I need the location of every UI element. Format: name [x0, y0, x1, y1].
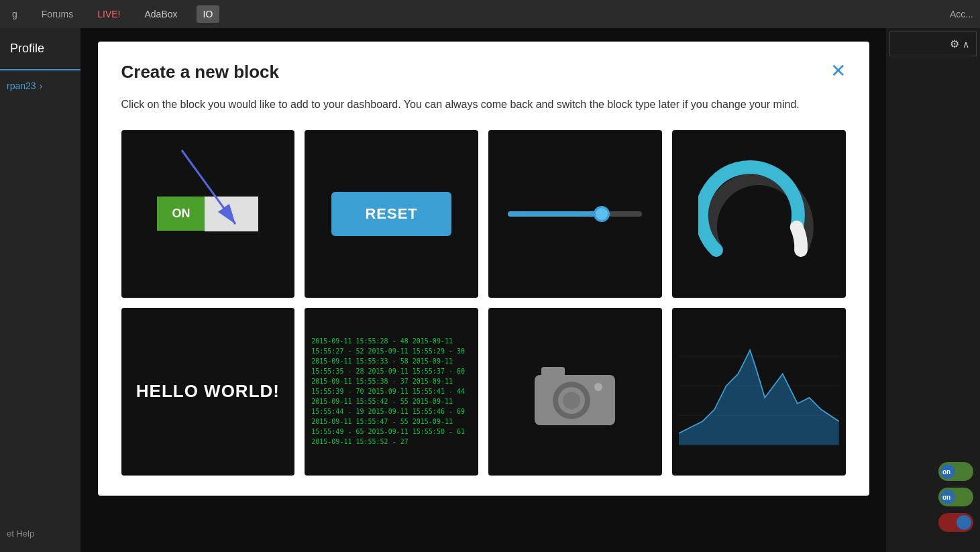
- nav-io[interactable]: IO: [197, 5, 220, 23]
- block-card-stream[interactable]: 2015-09-11 15:55:28 - 48 2015-09-11 15:5…: [305, 308, 478, 476]
- block-card-camera[interactable]: [488, 308, 662, 476]
- blocks-grid: ON RESET: [121, 130, 846, 476]
- svg-rect-6: [541, 367, 565, 379]
- left-sidebar: Profile rpan23 › et Help: [0, 28, 80, 552]
- username-label: rpan23: [7, 80, 36, 91]
- stream-block-preview: 2015-09-11 15:55:28 - 48 2015-09-11 15:5…: [305, 329, 478, 453]
- toggle-switch-1[interactable]: on: [893, 462, 973, 481]
- block-card-reset[interactable]: RESET: [305, 130, 478, 298]
- nav-item-left[interactable]: g: [7, 5, 23, 23]
- toggle-switch-3[interactable]: [893, 513, 973, 532]
- gauge-preview: [698, 160, 819, 268]
- gauge-svg: [698, 160, 819, 268]
- block-card-text[interactable]: HELLO WORLD!: [121, 308, 295, 476]
- sidebar-chevron-icon: ›: [40, 80, 43, 91]
- slider-fill: [508, 211, 602, 217]
- nav-live[interactable]: LIVE!: [92, 5, 125, 23]
- svg-point-5: [563, 392, 580, 409]
- text-block-preview: HELLO WORLD!: [136, 381, 280, 402]
- block-card-gauge[interactable]: [672, 130, 846, 298]
- chart-svg: [679, 315, 839, 469]
- modal-description: Click on the block you would like to add…: [121, 96, 846, 113]
- svg-point-7: [594, 383, 602, 391]
- nav-adabox[interactable]: AdaBox: [140, 5, 183, 23]
- block-card-chart[interactable]: [672, 308, 846, 476]
- sidebar-username[interactable]: rpan23 ›: [0, 70, 80, 101]
- camera-svg: [528, 355, 622, 429]
- slider-track: [508, 211, 642, 217]
- slider-preview: [508, 211, 642, 217]
- camera-icon-preview: [528, 355, 622, 429]
- reset-button-preview: RESET: [331, 192, 451, 236]
- modal-header: Create a new block ✕: [121, 62, 846, 82]
- close-button[interactable]: ✕: [830, 62, 846, 80]
- toggle-off-preview: [205, 197, 258, 231]
- nav-forums[interactable]: Forums: [36, 5, 78, 23]
- right-panel: ⚙ ∧ on on: [886, 28, 980, 552]
- sidebar-help: et Help: [7, 529, 34, 539]
- top-nav: g Forums LIVE! AdaBox IO Acc...: [0, 0, 980, 28]
- toggle-3[interactable]: [938, 513, 973, 532]
- sidebar-profile-label: Profile: [0, 28, 80, 70]
- block-card-toggle[interactable]: ON: [121, 130, 295, 298]
- modal-title: Create a new block: [121, 62, 280, 82]
- toggle-1-label: on: [942, 468, 950, 476]
- chart-block-preview: [672, 308, 846, 476]
- toggle-2[interactable]: on: [938, 488, 973, 506]
- right-toggles-panel: on on: [886, 455, 980, 539]
- gear-icon: ⚙: [950, 38, 959, 50]
- toggle-2-label: on: [942, 494, 950, 501]
- gear-bar[interactable]: ⚙ ∧: [889, 32, 977, 56]
- block-card-slider[interactable]: [488, 130, 662, 298]
- slider-thumb: [594, 206, 610, 222]
- toggle-1[interactable]: on: [938, 462, 973, 481]
- toggle-on-preview: ON: [157, 197, 205, 231]
- modal-overlay: Create a new block ✕ Click on the block …: [80, 28, 886, 552]
- toggle-block-preview: ON: [157, 197, 258, 231]
- create-block-modal: Create a new block ✕ Click on the block …: [98, 42, 869, 496]
- toggle-3-knob: [957, 515, 971, 530]
- toggle-switch-2[interactable]: on: [893, 488, 973, 506]
- chevron-up-icon: ∧: [963, 39, 969, 50]
- nav-account[interactable]: Acc...: [950, 9, 973, 19]
